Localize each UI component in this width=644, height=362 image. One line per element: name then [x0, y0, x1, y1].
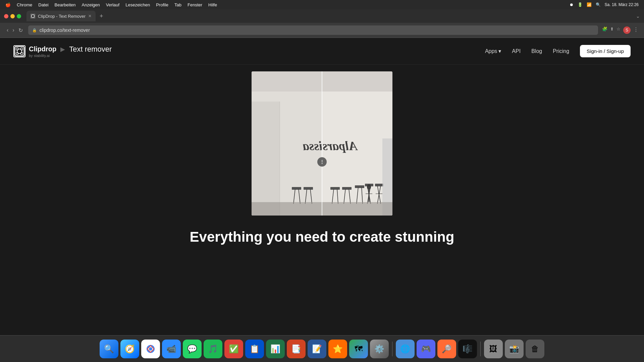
nav-arrows: ‹ › ↻ [5, 26, 24, 35]
datetime-display: Sa. 18. März 22:26 [605, 2, 639, 7]
dock-reeder[interactable]: ⭐ [328, 340, 347, 358]
wifi-icon: 📶 [587, 2, 592, 7]
apple-menu[interactable]: 🍎 [5, 2, 11, 7]
maximize-button[interactable] [17, 14, 21, 18]
nav-api[interactable]: API [512, 48, 521, 54]
dock-preview[interactable]: 📸 [505, 340, 524, 358]
extensions-icon[interactable]: 🧩 [602, 26, 607, 34]
record-indicator: ⏺ [570, 2, 574, 7]
macos-menubar: 🍎 Chrome Datei Bearbeiten Anzeigen Verla… [0, 0, 644, 9]
svg-rect-12 [252, 102, 279, 216]
nav-apps[interactable]: Apps ▾ [485, 48, 501, 54]
dock-photos[interactable]: 🖼 [484, 340, 503, 358]
minimize-button[interactable] [10, 14, 15, 18]
new-tab-button[interactable]: + [100, 13, 103, 20]
dock-separator-1 [392, 342, 392, 356]
svg-rect-25 [330, 187, 340, 190]
dock-proxyman[interactable]: 🔎 [437, 340, 456, 358]
svg-rect-6 [21, 53, 23, 55]
site-nav: Apps ▾ API Blog Pricing Sign-in / Sign-u… [485, 45, 631, 57]
dock-todoist[interactable]: ✅ [224, 340, 243, 358]
svg-rect-28 [342, 187, 352, 190]
dock-safari[interactable]: 🧭 [120, 340, 139, 358]
svg-rect-4 [21, 48, 23, 50]
traffic-lights [4, 14, 21, 18]
reload-button[interactable]: ↻ [17, 26, 24, 35]
menu-anzeigen[interactable]: Anzeigen [82, 2, 100, 7]
dock-spotify[interactable]: 🎵 [204, 340, 222, 358]
svg-point-40 [367, 184, 371, 190]
svg-rect-22 [304, 187, 313, 190]
chevron-down-icon: ▾ [498, 48, 501, 54]
dock-trash[interactable]: 🗑 [526, 340, 544, 358]
more-icon[interactable]: ⋮ [633, 26, 639, 34]
logo-subtitle: by stability.ai [29, 54, 112, 58]
svg-text:⋮: ⋮ [320, 159, 324, 165]
browser-actions: 🧩 ⬆ ☆ S ⋮ [602, 26, 639, 34]
svg-rect-31 [355, 185, 364, 188]
menu-fenster[interactable]: Fenster [187, 2, 202, 7]
svg-rect-5 [16, 53, 18, 55]
tab-chevron[interactable]: ⌄ [636, 13, 640, 19]
url-text: clipdrop.co/text-remover [40, 27, 90, 33]
profile-icon[interactable]: S [623, 26, 631, 34]
dock-word[interactable]: 📝 [308, 340, 326, 358]
tab-close-button[interactable]: ✕ [88, 14, 92, 18]
site-header: Clipdrop ▶ Text remover by stability.ai … [0, 38, 644, 65]
breadcrumb-separator: ▶ [60, 46, 65, 53]
back-button[interactable]: ‹ [5, 26, 10, 35]
dock-maps[interactable]: 🗺 [349, 340, 368, 358]
dock-whatsapp[interactable]: 💬 [183, 340, 202, 358]
dock-system-prefs[interactable]: ⚙️ [370, 340, 389, 358]
image-comparison-area: Alparsissa [0, 65, 644, 222]
close-button[interactable] [4, 14, 8, 18]
dock-discord[interactable]: 🎮 [417, 340, 435, 358]
menu-bearbeiten[interactable]: Bearbeiten [55, 2, 76, 7]
page-title: Text remover [69, 45, 112, 54]
dock-balloon[interactable]: 🌐 [396, 340, 415, 358]
menu-tab[interactable]: Tab [174, 2, 181, 7]
address-bar[interactable]: 🔒 clipdrop.co/text-remover [28, 25, 598, 35]
tab-favicon [31, 14, 35, 18]
dock-powerpoint[interactable]: 📑 [287, 340, 306, 358]
forward-button[interactable]: › [11, 26, 15, 35]
dock-chrome[interactable] [141, 340, 160, 358]
dock-zoom[interactable]: 📹 [162, 340, 181, 358]
tab-title: ClipDrop - Text Remover [38, 14, 86, 19]
svg-rect-19 [292, 187, 301, 190]
menu-chrome[interactable]: Chrome [17, 2, 32, 7]
svg-text:Alparsissa: Alparsissa [303, 139, 358, 153]
nav-pricing[interactable]: Pricing [553, 48, 569, 54]
webpage-content: Clipdrop ▶ Text remover by stability.ai … [0, 38, 644, 342]
browser-tab[interactable]: ClipDrop - Text Remover ✕ [26, 11, 96, 21]
nav-blog[interactable]: Blog [531, 48, 542, 54]
svg-point-49 [149, 347, 152, 351]
share-icon[interactable]: ⬆ [610, 26, 614, 34]
menu-datei[interactable]: Datei [38, 2, 48, 7]
sign-in-button[interactable]: Sign-in / Sign-up [580, 45, 631, 57]
macos-menu-left: 🍎 Chrome Datei Bearbeiten Anzeigen Verla… [5, 2, 217, 7]
menu-profile[interactable]: Profile [156, 2, 168, 7]
browser-chrome: ClipDrop - Text Remover ✕ + ⌄ ‹ › ↻ 🔒 cl… [0, 9, 644, 38]
dock-excel[interactable]: 📊 [266, 340, 285, 358]
dock-audio[interactable]: 🎼 [458, 340, 477, 358]
image-viewer[interactable]: Alparsissa [252, 71, 392, 216]
tab-bar: ClipDrop - Text Remover ✕ + ⌄ [0, 9, 644, 23]
menu-hilfe[interactable]: Hilfe [208, 2, 217, 7]
bookmark-icon[interactable]: ☆ [616, 26, 621, 34]
logo-text-area: Clipdrop ▶ Text remover by stability.ai [29, 45, 112, 58]
logo-area: Clipdrop ▶ Text remover by stability.ai [13, 45, 112, 58]
battery-icon: 🔋 [578, 2, 583, 7]
menu-verlauf[interactable]: Verlauf [106, 2, 119, 7]
macos-menu-right: ⏺ 🔋 📶 🔍 Sa. 18. März 22:26 [570, 2, 639, 7]
logo-icon [13, 45, 25, 57]
lock-icon: 🔒 [32, 28, 37, 33]
dock-finder[interactable]: 🔍 [100, 340, 118, 358]
search-icon[interactable]: 🔍 [596, 2, 601, 7]
logo-name: Clipdrop [29, 45, 56, 53]
bottom-teaser: Everything you need to create stunning [0, 222, 644, 252]
comparison-image-svg: Alparsissa [252, 71, 392, 216]
dock-separator-2 [480, 342, 481, 356]
menu-lesezeichen[interactable]: Lesezeichen [125, 2, 150, 7]
dock-trello[interactable]: 📋 [245, 340, 264, 358]
